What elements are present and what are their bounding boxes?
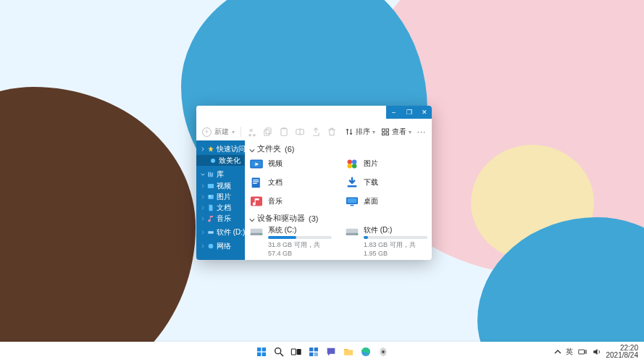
svg-point-21 <box>348 159 352 164</box>
share-icon[interactable] <box>311 127 321 137</box>
folder-item[interactable]: 图片 <box>345 156 427 171</box>
sidebar-item-label: 音乐 <box>217 215 231 222</box>
titlebar[interactable]: – ❐ ✕ <box>196 106 432 123</box>
content-pane: 文件夹 (6) 视频图片文档下载音乐桌面 设备和驱动器 (3) 系统 (C:)3… <box>245 140 432 260</box>
rename-icon[interactable] <box>295 127 305 137</box>
sort-menu[interactable]: 排序 ▾ <box>345 127 375 137</box>
svg-point-16 <box>209 195 211 197</box>
folder-label: 文档 <box>268 177 283 188</box>
sidebar: 快速访问 致美化 库 视频 <box>196 140 245 260</box>
drives-section-header[interactable]: 设备和驱动器 (3) <box>249 213 427 224</box>
delete-icon[interactable] <box>327 127 337 137</box>
svg-point-39 <box>356 234 357 235</box>
folder-item[interactable]: 音乐 <box>249 194 332 209</box>
toolbar: + 新建 ▾ 排序 ▾ 查看 <box>196 123 432 140</box>
svg-rect-57 <box>578 350 584 354</box>
folders-section-header[interactable]: 文件夹 (6) <box>249 143 427 154</box>
folder-item[interactable]: 文档 <box>249 175 332 190</box>
tray-overflow-button[interactable] <box>554 348 561 355</box>
section-count: (3) <box>309 214 318 223</box>
hdd-icon <box>249 226 264 237</box>
pictures-folder-icon <box>345 158 359 169</box>
clock[interactable]: 22:20 2021/8/24 <box>606 345 639 360</box>
svg-point-47 <box>275 348 280 354</box>
volume-tray-icon[interactable] <box>592 347 602 357</box>
sidebar-item-zhimeihua[interactable]: 致美化 <box>196 155 245 166</box>
sidebar-item-label: 图片 <box>217 193 231 201</box>
svg-rect-45 <box>257 353 261 356</box>
svg-point-36 <box>260 234 262 235</box>
svg-rect-49 <box>291 349 296 355</box>
folder-item[interactable]: 桌面 <box>345 194 427 209</box>
folder-label: 音乐 <box>268 196 283 206</box>
settings-button[interactable] <box>377 345 390 358</box>
sidebar-item-documents[interactable]: 文档 <box>196 202 245 213</box>
view-menu[interactable]: 查看 ▾ <box>381 127 411 137</box>
sidebar-item-drive-d[interactable]: 软件 (D:) <box>196 227 245 237</box>
plus-icon: + <box>202 127 212 137</box>
svg-rect-32 <box>348 198 357 203</box>
video-icon <box>207 182 214 190</box>
sidebar-item-music[interactable]: 音乐 <box>196 213 245 224</box>
cut-icon[interactable] <box>247 127 257 137</box>
sidebar-item-label: 视频 <box>217 182 231 190</box>
capacity-bar <box>364 236 427 239</box>
system-tray: 英 22:20 2021/8/24 <box>554 342 639 362</box>
edge-button[interactable] <box>359 345 372 358</box>
sidebar-item-label: 网络 <box>217 243 231 250</box>
pictures-icon <box>207 193 214 201</box>
svg-rect-54 <box>314 353 317 356</box>
maximize-button[interactable]: ❐ <box>401 106 417 119</box>
network-tray-icon[interactable] <box>577 347 587 357</box>
svg-rect-50 <box>296 349 301 355</box>
search-button[interactable] <box>272 345 285 358</box>
svg-rect-33 <box>351 205 354 206</box>
drive-name: 软件 (D:) <box>364 226 427 235</box>
svg-rect-27 <box>253 181 259 182</box>
chevron-right-icon <box>201 147 205 151</box>
sidebar-item-network[interactable]: 网络 <box>196 240 245 251</box>
new-menu[interactable]: + 新建 ▾ <box>202 127 235 137</box>
chevron-down-icon: ▾ <box>232 129 235 135</box>
svg-rect-15 <box>208 195 214 199</box>
svg-rect-29 <box>348 185 357 187</box>
chevron-down-icon: ▾ <box>372 129 375 135</box>
capacity-bar <box>268 236 332 239</box>
drive-icon <box>207 229 214 236</box>
downloads-folder-icon <box>345 177 359 188</box>
svg-rect-51 <box>309 348 313 351</box>
folder-item[interactable]: 视频 <box>249 156 332 171</box>
more-menu[interactable]: ··· <box>417 127 426 136</box>
sidebar-item-label: 致美化 <box>219 157 241 164</box>
minimize-button[interactable]: – <box>386 106 401 119</box>
section-count: (6) <box>285 145 294 153</box>
view-icon <box>381 127 390 136</box>
drive-capacity-text: 1.83 GB 可用，共 1.95 GB <box>364 240 427 257</box>
taskview-button[interactable] <box>290 345 303 358</box>
chevron-down-icon <box>249 146 255 152</box>
chat-button[interactable] <box>325 345 338 358</box>
widgets-button[interactable] <box>307 345 320 358</box>
drive-item[interactable]: 软件 (D:)1.83 GB 可用，共 1.95 GB <box>345 226 427 257</box>
sidebar-item-pictures[interactable]: 图片 <box>196 191 245 202</box>
svg-rect-0 <box>266 128 271 134</box>
close-button[interactable]: ✕ <box>417 106 432 119</box>
drive-item[interactable]: 系统 (C:)31.8 GB 可用，共 57.4 GB <box>249 226 332 257</box>
copy-icon[interactable] <box>263 127 273 137</box>
music-icon <box>207 215 214 222</box>
svg-rect-6 <box>382 129 385 132</box>
svg-point-22 <box>352 159 356 164</box>
svg-rect-26 <box>253 180 259 180</box>
ime-indicator[interactable]: 英 <box>566 347 573 357</box>
explorer-button[interactable] <box>342 345 355 358</box>
svg-rect-28 <box>253 183 257 184</box>
sidebar-quick-access[interactable]: 快速访问 <box>196 143 245 155</box>
folder-item[interactable]: 下载 <box>345 175 427 190</box>
chevron-right-icon <box>201 206 205 210</box>
new-label: 新建 <box>214 127 229 137</box>
start-button[interactable] <box>255 345 268 358</box>
paste-icon[interactable] <box>279 127 289 137</box>
sidebar-item-video[interactable]: 视频 <box>196 180 245 191</box>
sidebar-library[interactable]: 库 <box>196 169 245 180</box>
svg-rect-43 <box>257 348 261 351</box>
